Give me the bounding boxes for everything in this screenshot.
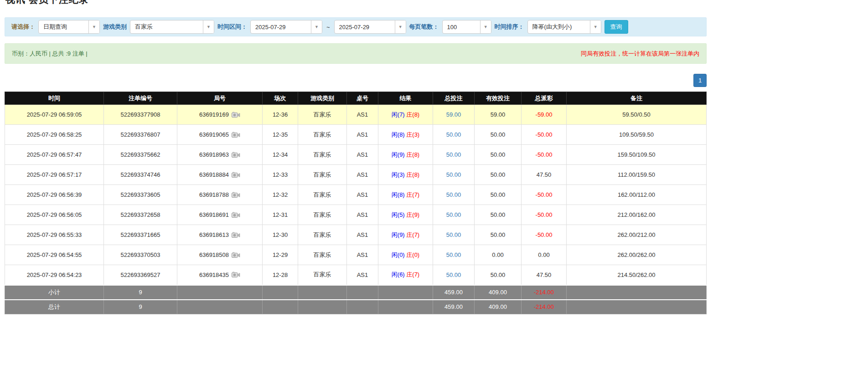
cell-round: 636919169 — [177, 105, 263, 125]
column-header: 游戏类别 — [298, 92, 347, 105]
banker-result: 庄(9) — [406, 211, 419, 218]
subtotal-row: 小计9459.00409.00-214.00 — [5, 285, 707, 300]
cell-result: 闲(9) 庄(8) — [378, 145, 433, 165]
cell-total-bet: 50.00 — [433, 265, 475, 285]
cell-time: 2025-07-29 06:59:05 — [5, 105, 104, 125]
banker-result: 庄(3) — [406, 131, 419, 138]
total-bet-link[interactable]: 50.00 — [446, 131, 461, 138]
summary-info-bar: 币别：人民币 | 总共 :9 注单 | 同局有效投注，统一计算在该局第一张注单内 — [5, 43, 707, 64]
replay-video-icon[interactable] — [232, 192, 240, 198]
cell-bet-id: 522693377908 — [104, 105, 177, 125]
video-camera-glyph — [232, 152, 240, 158]
footer-cell: 9 — [104, 285, 177, 300]
footer-cell — [298, 300, 347, 314]
replay-video-icon[interactable] — [232, 172, 240, 178]
cell-total-bet: 50.00 — [433, 125, 475, 145]
per-page-select[interactable]: 100 ▼ — [442, 20, 491, 34]
cell-game-type: 百家乐 — [298, 125, 347, 145]
cell-session: 12-29 — [263, 245, 298, 265]
footer-label: 总计 — [5, 300, 104, 314]
total-bet-link[interactable]: 50.00 — [446, 251, 461, 258]
cell-remark: 212.00/162.00 — [567, 205, 707, 225]
total-bet-link[interactable]: 50.00 — [446, 191, 461, 198]
time-sort-label: 时间排序： — [495, 23, 524, 31]
footer-cell — [347, 300, 378, 314]
player-result: 闲(0) — [392, 251, 405, 258]
time-sort-select[interactable]: 降幂(由大到小) ▼ — [527, 20, 601, 34]
replay-video-icon[interactable] — [232, 232, 240, 238]
cell-valid-bet: 50.00 — [475, 125, 522, 145]
footer-cell: 409.00 — [475, 285, 522, 300]
date-from-value: 2025-07-29 — [251, 20, 311, 33]
footer-cell — [177, 300, 263, 314]
player-result: 闲(8) — [392, 191, 405, 198]
cell-payout: -50.00 — [522, 205, 567, 225]
page-container: 视讯 会员下注纪录 请选择： 日期查询 ▼ 游戏类别 百家乐 ▼ 时间区间： 2… — [0, 0, 711, 314]
column-header: 总派彩 — [522, 92, 567, 105]
round-number: 636919169 — [199, 111, 229, 118]
cell-session: 12-31 — [263, 205, 298, 225]
replay-video-icon[interactable] — [232, 132, 240, 138]
cell-bet-id: 522693372658 — [104, 205, 177, 225]
cell-valid-bet: 59.00 — [475, 105, 522, 125]
player-result: 闲(7) — [392, 111, 405, 118]
currency-total-text: 币别：人民币 | 总共 :9 注单 | — [12, 50, 88, 58]
video-camera-glyph — [232, 252, 240, 258]
total-bet-link[interactable]: 59.00 — [446, 111, 461, 118]
footer-cell — [263, 285, 298, 300]
page-1-button[interactable]: 1 — [693, 74, 707, 87]
cell-game-type: 百家乐 — [298, 145, 347, 165]
time-range-label: 时间区间： — [217, 23, 247, 31]
cell-game-type: 百家乐 — [298, 265, 347, 285]
footer-cell: 459.00 — [433, 300, 475, 314]
banker-result: 庄(0) — [406, 251, 419, 258]
replay-video-icon[interactable] — [232, 212, 240, 218]
chevron-down-icon: ▼ — [590, 20, 601, 33]
replay-video-icon[interactable] — [232, 152, 240, 158]
total-bet-link[interactable]: 50.00 — [446, 271, 461, 278]
cell-valid-bet: 50.00 — [475, 265, 522, 285]
total-bet-link[interactable]: 50.00 — [446, 171, 461, 178]
column-header: 结果 — [378, 92, 433, 105]
total-bet-link[interactable]: 50.00 — [446, 231, 461, 238]
cell-round: 636918691 — [177, 205, 263, 225]
cell-table-no: AS1 — [347, 145, 378, 165]
banker-result: 庄(7) — [406, 191, 419, 198]
query-type-select[interactable]: 日期查询 ▼ — [38, 20, 100, 34]
date-from-select[interactable]: 2025-07-29 ▼ — [250, 20, 322, 34]
footer-cell: 459.00 — [433, 285, 475, 300]
footer-cell — [298, 285, 347, 300]
replay-video-icon[interactable] — [232, 271, 240, 278]
banker-result: 庄(7) — [406, 231, 419, 238]
video-camera-glyph — [232, 112, 240, 118]
cell-bet-id: 522693371665 — [104, 225, 177, 245]
cell-remark: 162.00/112.00 — [567, 185, 707, 205]
date-to-select[interactable]: 2025-07-29 ▼ — [334, 20, 406, 34]
video-camera-glyph — [232, 271, 240, 278]
valid-bet-notice: 同局有效投注，统一计算在该局第一张注单内 — [581, 50, 699, 58]
cell-payout: 0.00 — [522, 245, 567, 265]
bet-table-body: 2025-07-29 06:59:05522693377908636919169… — [5, 105, 707, 285]
cell-time: 2025-07-29 06:56:05 — [5, 205, 104, 225]
per-page-label: 每页笔数： — [409, 23, 439, 31]
footer-cell — [378, 285, 433, 300]
total-bet-link[interactable]: 50.00 — [446, 211, 461, 218]
cell-valid-bet: 50.00 — [475, 225, 522, 245]
video-camera-glyph — [232, 132, 240, 138]
column-header: 桌号 — [347, 92, 378, 105]
game-type-select[interactable]: 百家乐 ▼ — [130, 20, 214, 34]
chevron-down-icon: ▼ — [395, 20, 406, 33]
cell-result: 闲(5) 庄(9) — [378, 205, 433, 225]
footer-cell: -214.00 — [522, 285, 567, 300]
video-camera-glyph — [232, 232, 240, 238]
column-header: 时间 — [5, 92, 104, 105]
chevron-down-icon: ▼ — [203, 20, 214, 33]
pagination: 1 — [5, 74, 707, 87]
replay-video-icon[interactable] — [232, 112, 240, 118]
cell-round: 636918435 — [177, 265, 263, 285]
footer-cell — [567, 300, 707, 314]
table-row: 2025-07-29 06:58:25522693376807636919065… — [5, 125, 707, 145]
replay-video-icon[interactable] — [232, 252, 240, 258]
total-bet-link[interactable]: 50.00 — [446, 151, 461, 158]
query-button[interactable]: 查询 — [604, 20, 628, 34]
